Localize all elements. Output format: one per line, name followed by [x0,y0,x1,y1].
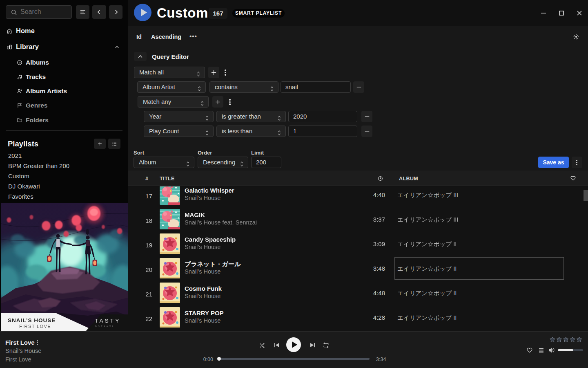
svg-text:SNAIL’S HOUSE: SNAIL’S HOUSE [8,317,56,323]
svg-text:FIRST LOVE: FIRST LOVE [19,324,51,329]
svg-text:BSTAAXI: BSTAAXI [95,325,114,328]
svg-text:TASTY: TASTY [95,318,121,324]
